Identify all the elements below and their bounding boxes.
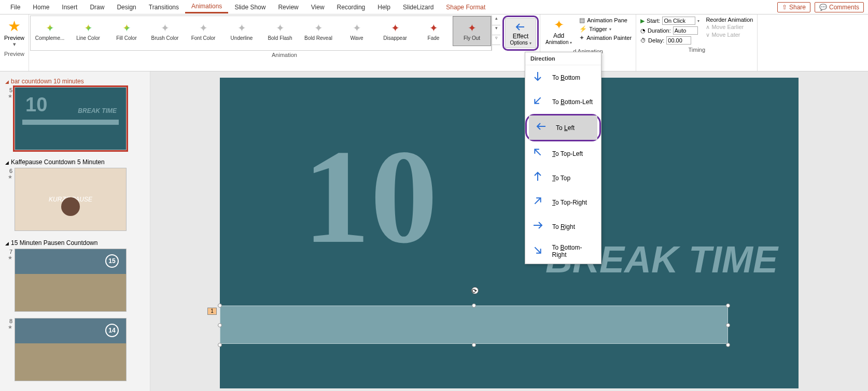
resize-handle[interactable] (726, 303, 730, 308)
animation-painter-button[interactable]: ✦Animation Painter (579, 34, 632, 41)
group-label-preview: Preview (1, 50, 27, 57)
direction-to-bottom[interactable]: To Bottom (525, 65, 601, 90)
gallery-item-brushcolor[interactable]: ✦Brush Color (146, 16, 184, 46)
arrow-icon (530, 95, 545, 109)
star-icon: ✦ (199, 22, 208, 34)
animation-order-tag[interactable]: 1 (207, 308, 217, 315)
gallery-item-compleme[interactable]: ✦Compleme... (31, 16, 69, 46)
tab-animations[interactable]: Animations (185, 1, 228, 13)
direction-to-bottom-left[interactable]: To Bottom-Left (525, 90, 601, 114)
tab-file[interactable]: File (4, 2, 26, 13)
gallery-item-linecolor[interactable]: ✦Line Color (69, 16, 107, 46)
gallery-item-boldreveal[interactable]: ✦Bold Reveal (299, 16, 338, 46)
gallery-item-flyout[interactable]: ✦Fly Out (453, 16, 491, 46)
canvas-area: 10 BREAK TIME ⟳ 1 (150, 71, 868, 391)
dropdown-header: Direction (525, 52, 601, 65)
slide-thumbnail[interactable]: 14 (15, 318, 127, 381)
gallery-more[interactable]: ▿ (492, 35, 500, 45)
tab-shape-format[interactable]: Shape Format (440, 2, 492, 13)
tab-view[interactable]: View (305, 2, 331, 13)
progress-bar-shape[interactable] (220, 306, 728, 344)
direction-to-right[interactable]: To Right (525, 214, 601, 239)
gallery-item-fontcolor[interactable]: ✦Font Color (184, 16, 222, 46)
slide-number-text: 10 (303, 119, 438, 274)
trigger-button[interactable]: ⚡Trigger ▾ (579, 25, 632, 33)
gallery-item-disappear[interactable]: ✦Disappear (376, 16, 414, 46)
gallery-item-label: Disappear (383, 35, 407, 41)
duration-input[interactable] (673, 26, 698, 35)
resize-handle[interactable] (218, 343, 222, 347)
direction-to-top-left[interactable]: To Top-Left (525, 141, 601, 166)
tab-recording[interactable]: Recording (331, 2, 372, 13)
delay-input[interactable] (666, 36, 691, 45)
gallery-item-underline[interactable]: ✦Underline (222, 16, 261, 46)
move-later-button[interactable]: ∨ Move Later (706, 32, 753, 38)
direction-label: To Bottom-Right (552, 244, 596, 258)
slide-thumbnail[interactable]: KURZE PAUSE (15, 168, 127, 231)
slide-thumbnail[interactable]: 10BREAK TIME (15, 87, 127, 150)
ribbon: ★ Preview ▾ Preview ✦Compleme...✦Line Co… (0, 15, 868, 71)
gallery-item-label: Line Color (76, 35, 100, 41)
gallery-scroll-down[interactable]: ▾ (492, 25, 500, 35)
tab-insert[interactable]: Insert (55, 2, 83, 13)
gallery-scroll-up[interactable]: ▴ (492, 16, 500, 25)
gallery-item-boldflash[interactable]: ✦Bold Flash (261, 16, 299, 46)
tab-draw[interactable]: Draw (83, 2, 110, 13)
animation-indicator-icon: ★ (8, 255, 12, 260)
resize-handle[interactable] (472, 303, 476, 308)
direction-to-top[interactable]: To Top (525, 166, 601, 190)
reorder-controls: Reorder Animation ∧ Move Earlier ∨ Move … (703, 16, 756, 46)
tab-review[interactable]: Review (272, 2, 304, 13)
start-input[interactable] (662, 17, 695, 25)
star-icon: ✦ (429, 22, 438, 34)
gallery-item-fillcolor[interactable]: ✦Fill Color (107, 16, 146, 46)
section-title[interactable]: ◢bar countdown 10 minutes (5, 76, 145, 87)
star-icon: ✦ (84, 22, 93, 34)
rotate-handle[interactable]: ⟳ (471, 287, 479, 294)
direction-to-bottom-right[interactable]: To Bottom-Right (525, 239, 601, 264)
tab-slidelizard[interactable]: SlideLizard (397, 2, 440, 13)
start-label: Start: (647, 18, 660, 24)
move-earlier-button[interactable]: ∧ Move Earlier (706, 24, 753, 31)
resize-handle[interactable] (472, 343, 476, 347)
comments-icon: 💬 (819, 4, 827, 11)
slide-panel[interactable]: ◢bar countdown 10 minutes5★10BREAK TIME◢… (0, 71, 150, 391)
arrow-icon (534, 121, 549, 135)
gallery-item-fade[interactable]: ✦Fade (414, 16, 453, 46)
resize-handle[interactable] (218, 323, 222, 327)
effect-options-button[interactable]: Effect Options ▾ (505, 18, 536, 48)
animation-indicator-icon: ★ (8, 324, 12, 330)
star-icon: ✦ (237, 22, 246, 34)
resize-handle[interactable] (726, 343, 730, 347)
direction-to-left[interactable]: To Left (529, 115, 597, 140)
star-icon: ✦ (276, 22, 285, 34)
delay-icon: ⏱ (640, 37, 646, 44)
gallery-item-label: Font Color (191, 35, 216, 41)
comments-button[interactable]: 💬Comments (815, 2, 864, 12)
section-title[interactable]: ◢15 Minuten Pausen Countdown (5, 237, 145, 249)
tab-home[interactable]: Home (26, 2, 55, 13)
resize-handle[interactable] (726, 323, 730, 327)
ribbon-tabs: File Home Insert Draw Design Transitions… (0, 0, 868, 15)
slide-thumbnail[interactable]: 15 (15, 249, 127, 312)
animation-pane-button[interactable]: ▤Animation Pane (579, 17, 632, 24)
section-title[interactable]: ◢Kaffepause Countdown 5 Minuten (5, 156, 145, 168)
tab-slideshow[interactable]: Slide Show (228, 2, 272, 13)
direction-label: To Top (552, 175, 570, 182)
resize-handle[interactable] (218, 303, 222, 308)
share-button[interactable]: ⇧Share (777, 2, 810, 12)
advanced-controls: ▤Animation Pane ⚡Trigger ▾ ✦Animation Pa… (576, 16, 635, 47)
add-animation-button[interactable]: ✦ Add Animation ▾ (541, 16, 576, 47)
animation-gallery[interactable]: ✦Compleme...✦Line Color✦Fill Color✦Brush… (30, 16, 492, 51)
group-label-animation: Animation (30, 51, 539, 58)
slide-canvas[interactable]: 10 BREAK TIME ⟳ 1 (220, 78, 799, 388)
preview-button[interactable]: ★ Preview ▾ (1, 16, 27, 50)
tab-transitions[interactable]: Transitions (143, 2, 185, 13)
gallery-scroll[interactable]: ▴ ▾ ▿ (492, 16, 500, 51)
gallery-item-wave[interactable]: ✦Wave (338, 16, 376, 46)
tab-help[interactable]: Help (371, 2, 397, 13)
svg-line-2 (535, 97, 541, 103)
tab-design[interactable]: Design (110, 2, 142, 13)
svg-line-4 (535, 150, 541, 155)
direction-to-top-right[interactable]: To Top-Right (525, 190, 601, 214)
